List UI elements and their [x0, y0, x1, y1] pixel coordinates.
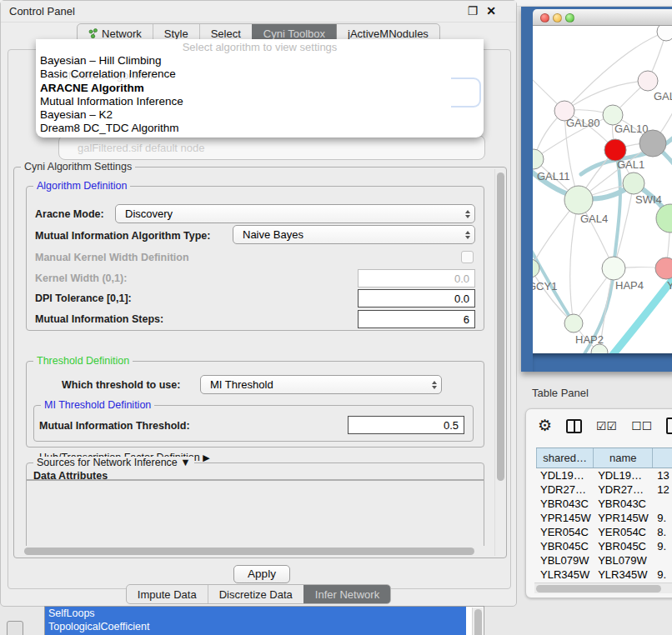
table-row[interactable]: YER054CYER054C8. [536, 525, 672, 539]
node-label-gal: GAL [654, 90, 672, 102]
network-canvas[interactable]: GALGAL80GAL10GAL1GAL11SWI4GAL4GCY1HAP4YH… [533, 26, 672, 353]
network-tab-icon [88, 28, 98, 38]
settings-vertical-scrollbar[interactable] [494, 169, 505, 556]
table-toolbar: ⚙ ☑☑ ☐☐ [538, 418, 672, 434]
table-row[interactable]: YLR345WYLR345W9. [536, 568, 672, 582]
bottom-tab-impute-data-label: Impute Data [138, 585, 197, 604]
node-label-gal11: GAL11 [537, 170, 570, 182]
mi-threshold-field[interactable]: 0.5 [348, 416, 464, 434]
bottom-tab-infer-network-label: Infer Network [315, 585, 379, 604]
gear-icon[interactable]: ⚙ [538, 418, 552, 434]
table-row[interactable]: YBR043CYBR043C [536, 497, 672, 511]
bottom-tab-impute-data[interactable]: Impute Data [127, 585, 208, 603]
minimized-panel-icon[interactable] [7, 621, 23, 635]
table-row[interactable]: YBL079WYBL079W [536, 553, 672, 568]
table-cell: YPR145W [594, 511, 653, 525]
table-cell: YER054C [536, 525, 594, 539]
node-label-gal4: GAL4 [580, 212, 608, 225]
kernel-width-label: Kernel Width (0,1): [35, 272, 127, 284]
table-row[interactable]: YDL19…YDL19…13 [536, 468, 672, 482]
split-columns-icon[interactable] [566, 419, 582, 433]
algorithm-option-aracne-algorithm[interactable]: ARACNE Algorithm [40, 82, 479, 95]
dpi-tolerance-field[interactable]: 0.0 [358, 289, 475, 308]
network-node[interactable] [639, 130, 666, 157]
table-row[interactable]: YPR145WYPR145W9. [536, 511, 672, 525]
node-label-gal10: GAL10 [614, 122, 648, 135]
table-panel-title: Table Panel [532, 387, 589, 399]
float-window-icon[interactable]: ❐ [468, 4, 479, 18]
table-horizontal-scrollbar[interactable] [534, 582, 672, 593]
sources-group: Sources for Network Inference ▼ Data Att… [26, 462, 484, 549]
data-attributes-list[interactable]: SelfLoopsTopologicalCoefficientBetweenne… [44, 606, 484, 635]
dropdown-placeholder: Select algorithm to view settings [36, 41, 484, 53]
algorithm-option-bayesian-k2[interactable]: Bayesian – K2 [40, 108, 479, 122]
bottom-tab-discretize-data-label: Discretize Data [219, 585, 293, 604]
aracne-mode-label: Aracne Mode: [35, 208, 104, 220]
algorithm-option-dream8-dc-tdc-algorithm[interactable]: Dream8 DC_TDC Algorithm [40, 122, 479, 135]
minimize-traffic-light-icon[interactable] [553, 13, 562, 22]
apply-button[interactable]: Apply [233, 565, 290, 583]
zoom-traffic-light-icon[interactable] [565, 13, 574, 22]
table-panel-card: ⚙ ☑☑ ☐☐ shared…nameA YDL19…YDL19…13YDR27… [525, 408, 672, 598]
network-node-hap2[interactable] [564, 314, 583, 332]
attribute-item-selfloops[interactable]: SelfLoops [45, 607, 466, 620]
mi-algorithm-type-combobox[interactable]: Naive Bayes [233, 225, 475, 244]
expander-arrow-icon: ▶ [203, 452, 209, 462]
table-cell: YBR043C [536, 497, 594, 511]
which-threshold-value: MI Threshold [201, 378, 428, 391]
network-edge[interactable] [570, 200, 579, 323]
bottom-tab-discretize-data[interactable]: Discretize Data [208, 585, 303, 603]
table-cell: YER054C [594, 525, 653, 539]
table-cell [653, 553, 672, 568]
column-header-shared-[interactable]: shared… [536, 448, 594, 468]
node-label-hap4: HAP4 [615, 279, 644, 292]
mi-threshold-title: MI Threshold Definition [41, 399, 154, 411]
deselect-all-checkboxes-icon[interactable]: ☐☐ [631, 419, 652, 432]
node-label-gal80: GAL80 [566, 117, 599, 129]
algorithm-option-bayesian-hill-climbing[interactable]: Bayesian – Hill Climbing [40, 54, 479, 68]
table-cell: YLR345W [594, 568, 653, 582]
table-cell: YBR045C [536, 539, 594, 553]
algorithm-option-basic-correlation-inference[interactable]: Basic Correlation Inference [40, 68, 479, 81]
control-panel-titlebar: Control Panel ❐ ✕ [1, 1, 516, 22]
close-icon[interactable]: ✕ [486, 4, 496, 18]
aracne-mode-combobox[interactable]: Discovery [115, 204, 475, 223]
column-header-a[interactable]: A [653, 448, 672, 468]
table-cell: YBR045C [594, 539, 653, 553]
network-edge[interactable] [564, 81, 648, 111]
column-header-name[interactable]: name [594, 448, 653, 468]
network-node-gal[interactable] [638, 71, 658, 91]
mi-steps-field[interactable]: 6 [358, 310, 475, 328]
list-scrollbar[interactable] [472, 608, 483, 635]
table-cell: 9. [653, 568, 672, 582]
network-node[interactable] [656, 204, 672, 232]
settings-horizontal-scrollbar[interactable] [21, 546, 493, 556]
which-threshold-combobox[interactable]: MI Threshold [200, 375, 442, 394]
cyni-settings-title: Cyni Algorithm Settings [21, 161, 135, 172]
network-node-hap4[interactable] [602, 257, 625, 280]
network-node-gal4[interactable] [564, 186, 593, 214]
sources-title[interactable]: Sources for Network Inference ▼ [33, 457, 194, 468]
table-cell: YDL19… [536, 468, 594, 482]
table-row[interactable]: YDR27…YDR27…12 [536, 482, 672, 497]
dpi-tolerance-label: DPI Tolerance [0,1]: [35, 292, 132, 304]
manual-kernel-checkbox[interactable] [461, 251, 474, 263]
bottom-tab-infer-network[interactable]: Infer Network [303, 585, 390, 603]
network-source-combobox[interactable]: galFiltered.sif default node [58, 135, 485, 160]
network-source-value: galFiltered.sif default node [78, 142, 204, 154]
select-all-checkboxes-icon[interactable]: ☑☑ [596, 419, 617, 432]
table-row[interactable]: YBR045CYBR045C9. [536, 539, 672, 553]
kernel-width-field[interactable]: 0.0 [358, 269, 475, 288]
attribute-item-topologicalcoefficient[interactable]: TopologicalCoefficient [45, 620, 466, 633]
new-table-icon[interactable] [666, 418, 672, 434]
algorithm-definition-title: Algorithm Definition [33, 180, 130, 192]
network-node-swi4[interactable] [623, 172, 644, 194]
algorithm-dropdown: Inference Algorithm Select algorithm to … [36, 39, 484, 138]
table-cell: YBL079W [594, 553, 653, 568]
node-label-swi4: SWI4 [635, 193, 662, 206]
close-traffic-light-icon[interactable] [540, 13, 549, 22]
network-node-y[interactable] [655, 258, 672, 279]
algorithm-option-mutual-information-inference[interactable]: Mutual Information Inference [40, 95, 479, 108]
table-cell: 8. [653, 525, 672, 539]
network-node[interactable] [657, 26, 672, 41]
